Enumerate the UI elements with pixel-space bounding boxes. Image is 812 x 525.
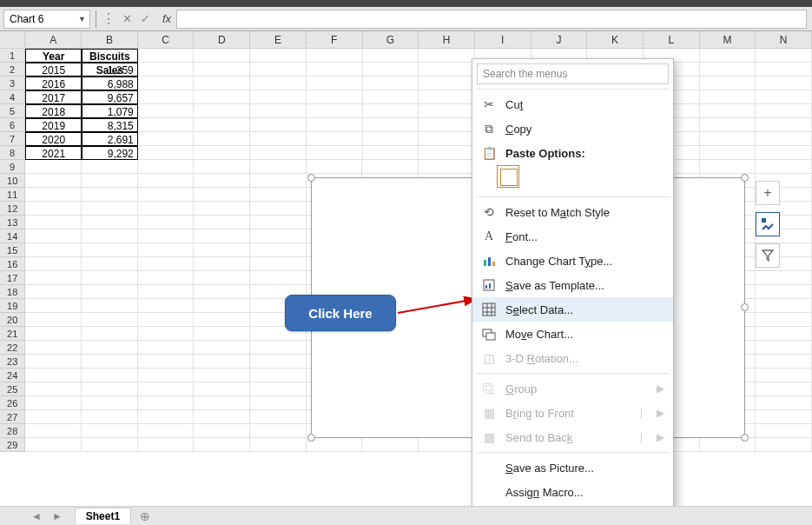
cell[interactable] bbox=[307, 160, 363, 174]
row-head[interactable]: 29 bbox=[0, 438, 25, 452]
cell[interactable] bbox=[250, 424, 307, 438]
cell[interactable] bbox=[25, 188, 82, 202]
paste-option-button[interactable] bbox=[497, 165, 519, 188]
cell[interactable] bbox=[82, 424, 138, 438]
cell[interactable] bbox=[138, 327, 195, 341]
resize-handle[interactable] bbox=[307, 434, 315, 442]
cell[interactable] bbox=[194, 396, 250, 410]
cell[interactable] bbox=[194, 424, 250, 438]
cell[interactable] bbox=[756, 438, 812, 452]
cell[interactable] bbox=[82, 396, 138, 410]
row-head[interactable]: 15 bbox=[0, 243, 25, 257]
cell[interactable] bbox=[25, 341, 82, 355]
fx-icon[interactable]: fx bbox=[162, 12, 171, 25]
cell[interactable] bbox=[756, 90, 812, 104]
cell[interactable] bbox=[82, 188, 138, 202]
cell[interactable] bbox=[25, 424, 82, 438]
cell[interactable]: 2019 bbox=[25, 118, 82, 132]
cell[interactable] bbox=[250, 396, 307, 410]
cell[interactable] bbox=[419, 104, 475, 118]
cell[interactable] bbox=[82, 410, 138, 424]
cell[interactable] bbox=[138, 424, 195, 438]
cell[interactable] bbox=[138, 438, 195, 452]
cell[interactable] bbox=[363, 63, 419, 76]
cell[interactable] bbox=[756, 76, 812, 90]
cell[interactable] bbox=[194, 438, 250, 452]
cell[interactable] bbox=[25, 216, 82, 229]
menu-save-as-picture[interactable]: Save as Picture... bbox=[472, 455, 673, 480]
cell[interactable] bbox=[82, 243, 138, 257]
new-sheet-button[interactable]: ⊕ bbox=[140, 509, 150, 523]
menu-save-as-template[interactable]: Save as Template... bbox=[472, 273, 673, 297]
cell[interactable] bbox=[419, 76, 475, 90]
col-head[interactable]: H bbox=[419, 31, 475, 48]
tab-next-icon[interactable]: ► bbox=[52, 510, 63, 522]
cell[interactable] bbox=[194, 160, 250, 174]
cell[interactable] bbox=[194, 355, 250, 369]
cell[interactable] bbox=[250, 355, 307, 369]
row-head[interactable]: 19 bbox=[0, 299, 25, 313]
cell[interactable]: 2021 bbox=[25, 146, 82, 160]
cell[interactable] bbox=[138, 49, 195, 63]
cell[interactable] bbox=[82, 257, 138, 271]
cell[interactable] bbox=[756, 369, 812, 382]
row-head[interactable]: 10 bbox=[0, 174, 25, 188]
cell[interactable] bbox=[307, 104, 363, 118]
cell[interactable] bbox=[419, 160, 475, 174]
cell[interactable] bbox=[307, 146, 363, 160]
cell[interactable] bbox=[194, 202, 250, 216]
cell[interactable] bbox=[138, 202, 195, 216]
cell[interactable] bbox=[25, 160, 82, 174]
cell[interactable]: 1,079 bbox=[82, 104, 138, 118]
cell[interactable] bbox=[194, 243, 250, 257]
cell[interactable] bbox=[138, 188, 195, 202]
cell[interactable] bbox=[250, 49, 307, 63]
cell[interactable] bbox=[363, 146, 419, 160]
col-head[interactable]: M bbox=[700, 31, 756, 48]
menu-move-chart[interactable]: Move Chart... bbox=[472, 322, 673, 346]
cell[interactable] bbox=[756, 118, 812, 132]
cell[interactable]: Year bbox=[25, 49, 82, 63]
cell[interactable] bbox=[363, 132, 419, 146]
row-head[interactable]: 21 bbox=[0, 327, 25, 341]
cell[interactable] bbox=[194, 63, 250, 76]
chart-elements-button[interactable]: + bbox=[756, 181, 780, 205]
cell[interactable] bbox=[756, 160, 812, 174]
cell[interactable] bbox=[194, 257, 250, 271]
cell[interactable] bbox=[700, 49, 756, 63]
cell[interactable] bbox=[250, 257, 307, 271]
cell[interactable]: 2018 bbox=[25, 104, 82, 118]
row-head[interactable]: 8 bbox=[0, 146, 25, 160]
cell[interactable] bbox=[25, 369, 82, 382]
cell[interactable] bbox=[250, 118, 307, 132]
cell[interactable] bbox=[194, 216, 250, 229]
cell[interactable] bbox=[362, 438, 419, 452]
cell[interactable] bbox=[756, 146, 812, 160]
cell[interactable] bbox=[138, 76, 195, 90]
menu-select-data[interactable]: Select Data... bbox=[472, 297, 673, 322]
cell[interactable] bbox=[194, 271, 250, 285]
col-head[interactable]: I bbox=[475, 31, 531, 48]
cell[interactable] bbox=[25, 313, 82, 327]
cell[interactable] bbox=[756, 63, 812, 76]
fx-enter-icon[interactable]: ✓ bbox=[141, 12, 150, 25]
cell[interactable] bbox=[756, 396, 812, 410]
menu-change-chart-type[interactable]: Change Chart Type... bbox=[472, 249, 673, 273]
cell[interactable] bbox=[82, 369, 138, 382]
cell[interactable] bbox=[194, 118, 250, 132]
cell[interactable]: 2020 bbox=[25, 132, 82, 146]
cell[interactable] bbox=[194, 369, 250, 382]
cell[interactable] bbox=[194, 341, 250, 355]
cell[interactable] bbox=[138, 104, 195, 118]
cell[interactable] bbox=[307, 118, 363, 132]
cell[interactable] bbox=[363, 76, 419, 90]
cell[interactable] bbox=[250, 132, 307, 146]
row-head[interactable]: 26 bbox=[0, 396, 25, 410]
cell[interactable] bbox=[138, 382, 195, 396]
cell[interactable] bbox=[756, 313, 812, 327]
tab-prev-icon[interactable]: ◄ bbox=[31, 510, 42, 522]
col-head[interactable]: G bbox=[363, 31, 419, 48]
col-head[interactable]: N bbox=[756, 31, 812, 48]
cell[interactable] bbox=[700, 90, 756, 104]
cell[interactable] bbox=[25, 355, 82, 369]
